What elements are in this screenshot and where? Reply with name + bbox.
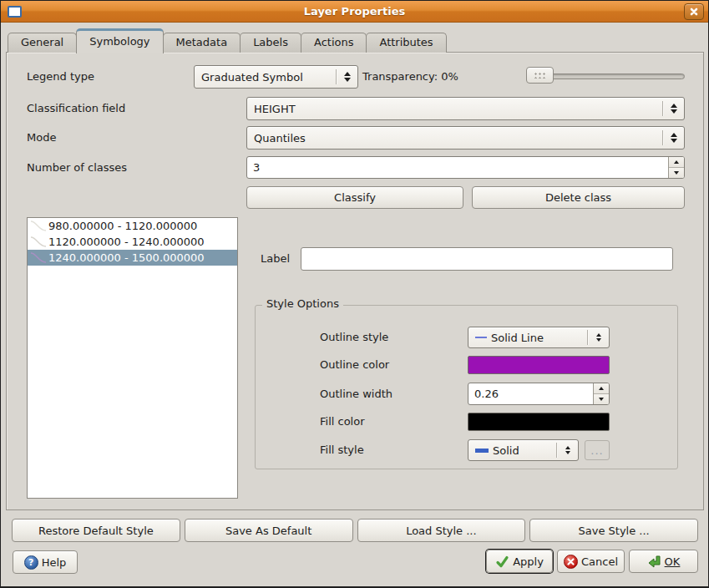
tab-symbology[interactable]: Symbology (76, 28, 163, 53)
save-as-default-button[interactable]: Save As Default (185, 519, 353, 542)
ok-button[interactable]: OK (629, 550, 698, 573)
solid-line-glyph-icon (475, 337, 487, 338)
combo-arrows-icon (668, 104, 679, 114)
classification-field-combo[interactable]: HEIGHT (246, 97, 685, 120)
ok-enter-arrow-icon (647, 555, 661, 569)
window-title: Layer Properties (1, 1, 708, 22)
help-icon: ? (24, 555, 38, 570)
classify-button[interactable]: Classify (246, 186, 463, 209)
load-style-button[interactable]: Load Style ... (357, 519, 526, 542)
help-button[interactable]: ? Help (13, 550, 78, 574)
outline-width-label: Outline width (320, 383, 392, 405)
combo-arrows-icon (342, 72, 352, 82)
label-input[interactable] (301, 247, 673, 271)
spin-down-icon[interactable] (669, 168, 684, 178)
legend-type-combo[interactable]: Graduated Symbol (194, 65, 358, 89)
fill-color-swatch[interactable] (468, 413, 610, 431)
combo-arrows-icon (562, 446, 573, 454)
fill-style-combo[interactable]: Solid (468, 439, 579, 461)
close-button[interactable] (684, 3, 704, 20)
number-of-classes-label: Number of classes (27, 156, 127, 179)
legend-type-value: Graduated Symbol (201, 71, 336, 84)
number-of-classes-spinner[interactable] (246, 156, 685, 179)
style-options-group: Style Options Outline style Solid Line O… (255, 305, 678, 469)
fill-style-label: Fill style (320, 439, 364, 461)
style-buttons-row: Restore Default Style Save As Default Lo… (12, 519, 698, 542)
class-list-item[interactable]: 1120.000000 - 1240.000000 (28, 234, 237, 250)
class-list[interactable]: 980.000000 - 1120.000000 1120.000000 - 1… (27, 217, 238, 499)
outline-color-label: Outline color (320, 356, 389, 374)
delete-class-button[interactable]: Delete class (472, 186, 685, 209)
outline-style-value: Solid Line (491, 332, 587, 344)
outline-width-spinner[interactable] (468, 383, 610, 405)
outline-color-swatch[interactable] (468, 356, 610, 374)
line-symbol-icon (28, 236, 48, 248)
class-range: 980.000000 - 1120.000000 (48, 220, 197, 232)
combo-arrows-icon (668, 133, 679, 143)
tab-metadata[interactable]: Metadata (163, 33, 241, 53)
cancel-icon (564, 555, 578, 569)
layer-properties-dialog: Layer Properties General Symbology Metad… (0, 0, 709, 588)
classification-field-label: Classification field (27, 97, 125, 120)
style-options-title: Style Options (262, 297, 343, 310)
mode-value: Quantiles (254, 132, 662, 144)
line-symbol-icon (28, 220, 48, 232)
class-list-item[interactable]: 980.000000 - 1120.000000 (28, 218, 237, 234)
mode-combo[interactable]: Quantiles (246, 126, 685, 150)
tab-bar: General Symbology Metadata Labels Action… (8, 28, 446, 53)
line-symbol-icon (28, 251, 48, 264)
restore-default-style-button[interactable]: Restore Default Style (12, 519, 180, 542)
apply-button[interactable]: Apply (486, 550, 553, 573)
spin-up-icon[interactable] (669, 157, 684, 168)
apply-check-icon (495, 555, 509, 569)
class-range: 1240.000000 - 1500.000000 (48, 251, 205, 264)
fill-style-value: Solid (493, 444, 556, 457)
class-range: 1120.000000 - 1240.000000 (48, 236, 205, 248)
close-icon (690, 8, 698, 16)
tab-attributes[interactable]: Attributes (366, 33, 446, 53)
symbology-panel: Legend type Graduated Symbol Transparenc… (6, 52, 704, 510)
outline-style-label: Outline style (320, 327, 388, 348)
legend-type-label: Legend type (27, 65, 94, 89)
save-style-button[interactable]: Save Style ... (529, 519, 698, 542)
spin-down-icon[interactable] (594, 394, 609, 404)
transparency-slider-handle[interactable] (526, 67, 554, 84)
transparency-label: Transparency: 0% (362, 65, 458, 89)
outline-width-input[interactable] (468, 383, 593, 404)
label-field-label: Label (261, 247, 290, 271)
cancel-button[interactable]: Cancel (557, 550, 625, 573)
number-of-classes-input[interactable] (247, 157, 668, 178)
combo-arrows-icon (593, 333, 604, 342)
titlebar[interactable]: Layer Properties (1, 1, 708, 23)
class-list-item-selected[interactable]: 1240.000000 - 1500.000000 (28, 250, 237, 266)
mode-label: Mode (27, 126, 56, 150)
fill-style-more-button[interactable]: ... (585, 440, 610, 460)
tab-labels[interactable]: Labels (240, 33, 301, 53)
tab-general[interactable]: General (8, 33, 77, 53)
fill-color-label: Fill color (320, 413, 365, 431)
spin-up-icon[interactable] (594, 383, 609, 394)
window-icon (8, 6, 22, 18)
solid-fill-glyph-icon (475, 449, 489, 453)
classification-field-value: HEIGHT (254, 103, 662, 115)
outline-style-combo[interactable]: Solid Line (468, 327, 610, 348)
tab-actions[interactable]: Actions (301, 33, 367, 53)
